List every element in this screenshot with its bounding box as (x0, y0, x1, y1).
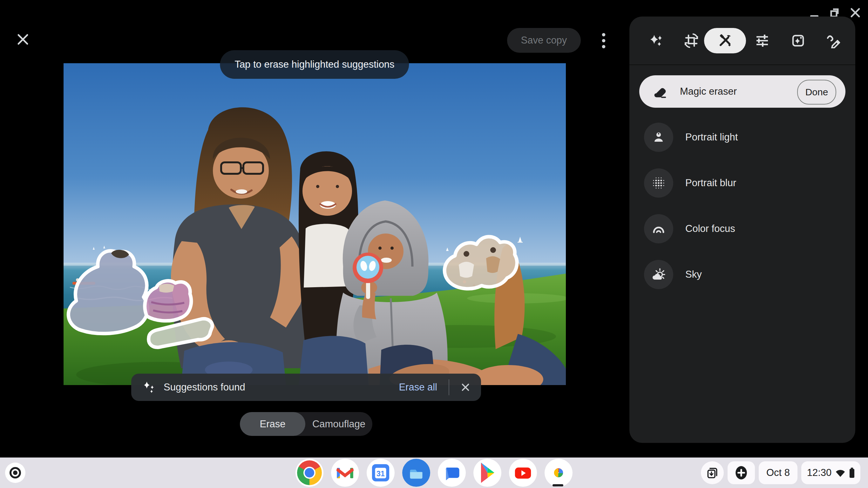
app-chrome[interactable] (296, 459, 323, 487)
app-play-store[interactable] (473, 459, 501, 487)
crop-rotate-icon (684, 33, 699, 48)
battery-icon (849, 468, 855, 478)
magic-eraser-row[interactable]: Magic eraser Done (639, 75, 845, 108)
mode-toggle: Erase Camouflage (240, 412, 372, 436)
tab-crop-rotate[interactable] (682, 32, 700, 50)
app-youtube[interactable] (509, 459, 537, 487)
edit-panel: Magic eraser Done Portrait light (629, 17, 855, 443)
date-pill[interactable]: Oct 8 (759, 461, 798, 484)
wifi-icon (835, 468, 845, 478)
app-messages[interactable] (438, 459, 466, 487)
tools-icon (717, 33, 733, 48)
adjust-icon (754, 33, 770, 48)
calendar-icon: 31 (371, 463, 391, 483)
done-button[interactable]: Done (797, 80, 836, 104)
mode-camouflage[interactable]: Camouflage (305, 412, 372, 436)
photo-canvas[interactable] (64, 63, 566, 385)
save-copy-label: Save copy (521, 35, 567, 46)
app-photos[interactable] (545, 459, 572, 487)
panel-divider (629, 64, 855, 65)
suggestions-title: Suggestions found (164, 382, 245, 393)
mode-erase[interactable]: Erase (240, 412, 305, 436)
camouflage-label: Camouflage (312, 419, 365, 430)
portrait-light-icon (644, 123, 673, 152)
active-app-indicator (553, 484, 563, 486)
status-tray: Oct 8 12:30 (701, 461, 860, 484)
youtube-icon (513, 463, 533, 483)
markup-icon (826, 33, 841, 48)
tool-label: Portrait light (685, 131, 738, 143)
tool-portrait-light[interactable]: Portrait light (629, 114, 855, 160)
gmail-icon (337, 466, 353, 480)
tab-tools[interactable] (716, 32, 734, 50)
erase-label: Erase (260, 419, 286, 430)
messages-icon (442, 463, 461, 482)
auto-enhance-icon (649, 33, 664, 48)
tab-add-effects[interactable] (789, 32, 807, 50)
magic-eraser-icon (653, 84, 667, 99)
kebab-icon (601, 32, 606, 49)
photo-scene (64, 63, 566, 385)
window-close-button[interactable] (848, 5, 863, 20)
time-label: 12:30 (807, 467, 832, 479)
app-gmail[interactable] (331, 459, 359, 487)
close-icon (17, 33, 29, 46)
tool-color-focus[interactable]: Color focus (629, 206, 855, 252)
screen-capture-button[interactable] (701, 461, 724, 484)
date-label: Oct 8 (766, 467, 790, 479)
dismiss-suggestions-button[interactable] (460, 382, 471, 393)
erase-all-link[interactable]: Erase all (399, 382, 437, 393)
tool-label: Sky (685, 269, 702, 280)
add-icon (734, 465, 748, 480)
add-effects-icon (790, 33, 806, 48)
quick-add-button[interactable] (727, 461, 755, 484)
sparkle-icon (142, 380, 156, 394)
screen-capture-icon (706, 466, 719, 479)
app-calendar[interactable]: 31 (367, 459, 395, 487)
close-editor-button[interactable] (14, 30, 32, 48)
divider (448, 379, 449, 395)
tool-sky[interactable]: Sky (629, 252, 855, 297)
magic-eraser-label: Magic eraser (680, 86, 737, 97)
photos-icon (548, 463, 569, 483)
close-icon (849, 6, 862, 19)
tab-auto-enhance[interactable] (648, 32, 665, 50)
tab-adjust[interactable] (753, 32, 771, 50)
tooltip: Tap to erase highlighted suggestions (220, 50, 409, 79)
save-copy-button[interactable]: Save copy (507, 28, 581, 53)
tab-markup[interactable] (825, 32, 843, 50)
play-store-icon (473, 459, 501, 487)
tooltip-text: Tap to erase highlighted suggestions (235, 59, 394, 70)
tool-label: Portrait blur (685, 177, 736, 189)
done-label: Done (805, 87, 828, 97)
time-status-pill[interactable]: 12:30 (801, 461, 860, 484)
calendar-day: 31 (376, 469, 385, 478)
launcher-button[interactable] (5, 463, 25, 483)
launcher-icon (8, 466, 22, 480)
color-focus-icon (644, 214, 673, 243)
files-icon (406, 463, 426, 483)
chrome-icon (297, 460, 322, 485)
tool-label: Color focus (685, 223, 735, 235)
tools-list: Portrait light Portrait blur (629, 114, 855, 297)
suggestions-bar: Suggestions found Erase all (131, 374, 481, 401)
sky-icon (644, 260, 673, 289)
tool-portrait-blur[interactable]: Portrait blur (629, 160, 855, 206)
portrait-blur-icon (644, 169, 673, 197)
app-files[interactable] (402, 459, 430, 487)
more-options-button[interactable] (596, 30, 611, 51)
